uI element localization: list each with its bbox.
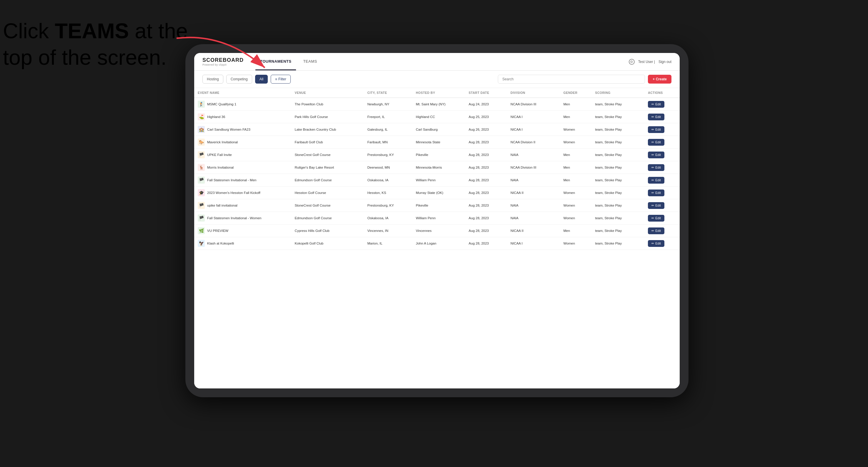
cell-gender: Men xyxy=(560,161,592,174)
instruction-text-2: top of the screen. xyxy=(3,45,166,69)
col-header-scoring: SCORING xyxy=(591,88,644,98)
cell-division: NAIA xyxy=(507,199,560,212)
team-icon: 🏴 xyxy=(198,202,205,209)
edit-label: Edit xyxy=(655,216,661,220)
settings-icon[interactable]: ⚙ xyxy=(629,59,635,65)
cell-scoring: team, Stroke Play xyxy=(591,224,644,237)
hosting-filter-btn[interactable]: Hosting xyxy=(203,75,223,84)
edit-icon: ✏ xyxy=(651,115,654,119)
cell-division: NICAA II xyxy=(507,187,560,199)
all-filter-btn[interactable]: All xyxy=(255,75,268,84)
competing-filter-btn[interactable]: Competing xyxy=(226,75,252,84)
cell-hosted-by: Minnesota State xyxy=(412,136,465,149)
cell-city: Hesston, KS xyxy=(364,187,412,199)
cell-gender: Women xyxy=(560,199,592,212)
cell-scoring: team, Stroke Play xyxy=(591,111,644,123)
team-icon: 🏴 xyxy=(198,151,205,158)
create-button[interactable]: + Create xyxy=(648,75,672,84)
team-icon: 🐎 xyxy=(198,138,205,146)
cell-start-date: Aug 25, 2023 xyxy=(465,111,507,123)
cell-city: Deerwood, MN xyxy=(364,161,412,174)
filter-icon-btn[interactable]: ≡ Filter xyxy=(271,75,291,84)
edit-button[interactable]: ✏ Edit xyxy=(648,202,664,209)
event-name-text: VU PREVIEW xyxy=(207,229,228,232)
edit-label: Edit xyxy=(655,229,661,232)
cell-gender: Women xyxy=(560,136,592,149)
team-icon: ⛳ xyxy=(198,113,205,120)
cell-scoring: team, Stroke Play xyxy=(591,161,644,174)
logo-area: SCOREBOARD Powered by clippit xyxy=(203,57,244,66)
col-header-date: START DATE xyxy=(465,88,507,98)
edit-button[interactable]: ✏ Edit xyxy=(648,240,664,247)
edit-icon: ✏ xyxy=(651,102,654,106)
event-name-text: 2023 Women's Hesston Fall Kickoff xyxy=(207,191,260,194)
search-input[interactable] xyxy=(498,75,645,84)
cell-event-name: 🌿 VU PREVIEW xyxy=(194,224,291,237)
cell-actions: ✏ Edit xyxy=(644,187,680,199)
edit-icon: ✏ xyxy=(651,204,654,208)
cell-event-name: 🏌️ MSMC Qualifying 1 xyxy=(194,98,291,111)
app-logo-subtitle: Powered by clippit xyxy=(203,63,244,66)
cell-city: Newburgh, NY xyxy=(364,98,412,111)
edit-button[interactable]: ✏ Edit xyxy=(648,152,664,158)
cell-venue: Faribault Golf Club xyxy=(291,136,364,149)
cell-actions: ✏ Edit xyxy=(644,123,680,136)
cell-hosted-by: Mt. Saint Mary (NY) xyxy=(412,98,465,111)
cell-hosted-by: William Penn xyxy=(412,174,465,187)
edit-icon: ✏ xyxy=(651,229,654,233)
cell-event-name: 🏴 Fall Statesmen Invitational - Men xyxy=(194,174,291,187)
cell-scoring: team, Stroke Play xyxy=(591,174,644,187)
cell-scoring: team, Stroke Play xyxy=(591,136,644,149)
cell-event-name: 🐎 Maverick Invitational xyxy=(194,136,291,149)
edit-button[interactable]: ✏ Edit xyxy=(648,177,664,184)
edit-button[interactable]: ✏ Edit xyxy=(648,101,664,108)
tab-tournaments[interactable]: TOURNAMENTS xyxy=(255,53,296,70)
cell-start-date: Aug 28, 2023 xyxy=(465,136,507,149)
event-name-text: Maverick Invitational xyxy=(207,141,238,144)
edit-button[interactable]: ✏ Edit xyxy=(648,227,664,234)
cell-venue: Edmundson Golf Course xyxy=(291,174,364,187)
cell-hosted-by: Minnesota-Morris xyxy=(412,161,465,174)
edit-button[interactable]: ✏ Edit xyxy=(648,189,664,196)
edit-button[interactable]: ✏ Edit xyxy=(648,126,664,133)
cell-hosted-by: Murray State (OK) xyxy=(412,187,465,199)
cell-start-date: Aug 26, 2023 xyxy=(465,123,507,136)
edit-icon: ✏ xyxy=(651,166,654,169)
edit-button[interactable]: ✏ Edit xyxy=(648,114,664,120)
edit-button[interactable]: ✏ Edit xyxy=(648,164,664,171)
col-header-event: EVENT NAME xyxy=(194,88,291,98)
cell-hosted-by: William Penn xyxy=(412,212,465,224)
header-right: ⚙ Test User | Sign out xyxy=(629,59,672,65)
signout-link[interactable]: Sign out xyxy=(658,60,672,64)
cell-division: NAIA xyxy=(507,174,560,187)
cell-gender: Men xyxy=(560,149,592,161)
cell-actions: ✏ Edit xyxy=(644,199,680,212)
event-name-text: Carl Sandburg Women FA23 xyxy=(207,128,250,131)
edit-label: Edit xyxy=(655,102,661,106)
edit-icon: ✏ xyxy=(651,153,654,157)
edit-label: Edit xyxy=(655,242,661,245)
team-icon: 🏌️ xyxy=(198,101,205,108)
tab-teams[interactable]: TEAMS xyxy=(298,53,321,70)
edit-button[interactable]: ✏ Edit xyxy=(648,139,664,146)
edit-icon: ✏ xyxy=(651,242,654,245)
edit-label: Edit xyxy=(655,204,661,207)
cell-start-date: Aug 28, 2023 xyxy=(465,174,507,187)
cell-scoring: team, Stroke Play xyxy=(591,98,644,111)
edit-button[interactable]: ✏ Edit xyxy=(648,215,664,222)
event-name-text: Fall Statesmen Invitational - Women xyxy=(207,216,261,220)
cell-gender: Women xyxy=(560,187,592,199)
cell-event-name: 🏴 UPKE Fall Invite xyxy=(194,149,291,161)
filter-bar: Hosting Competing All ≡ Filter + Create xyxy=(194,71,680,88)
team-icon: 🎓 xyxy=(198,189,205,196)
cell-start-date: Aug 28, 2023 xyxy=(465,237,507,250)
table-header: EVENT NAME VENUE CITY, STATE HOSTED BY S… xyxy=(194,88,680,98)
edit-label: Edit xyxy=(655,166,661,169)
cell-scoring: team, Stroke Play xyxy=(591,237,644,250)
cell-actions: ✏ Edit xyxy=(644,224,680,237)
cell-division: NICAA II xyxy=(507,224,560,237)
cell-event-name: 🏫 Carl Sandburg Women FA23 xyxy=(194,123,291,136)
edit-label: Edit xyxy=(655,178,661,182)
cell-gender: Men xyxy=(560,98,592,111)
cell-gender: Women xyxy=(560,237,592,250)
